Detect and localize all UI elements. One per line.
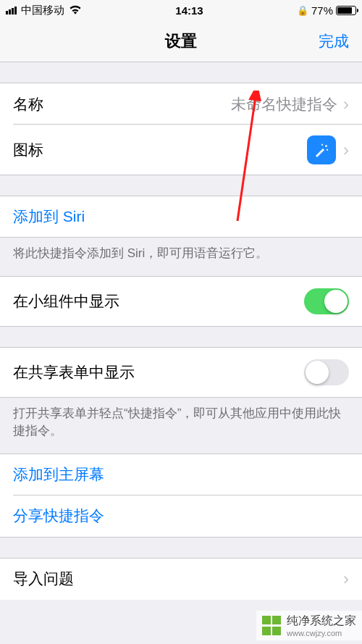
widget-label: 在小组件中显示 xyxy=(13,291,304,311)
watermark: 纯净系统之家 www.cwjzy.com xyxy=(256,611,362,640)
row-name[interactable]: 名称 未命名快捷指令 › xyxy=(0,83,362,125)
share-shortcut-label: 分享快捷指令 xyxy=(13,506,104,526)
rotation-lock-icon: 🔒 xyxy=(297,5,308,16)
nav-header: 设置 完成 xyxy=(0,20,362,62)
chevron-right-icon: › xyxy=(343,94,349,114)
row-icon[interactable]: 图标 › xyxy=(0,125,362,175)
add-to-siri-label: 添加到 Siri xyxy=(13,206,85,227)
row-add-to-home[interactable]: 添加到主屏幕 xyxy=(0,453,362,495)
siri-footer-text: 将此快捷指令添加到 Siri，即可用语音运行它。 xyxy=(0,238,362,276)
page-title: 设置 xyxy=(165,30,197,52)
shortcut-magic-wand-icon xyxy=(307,135,336,164)
done-button[interactable]: 完成 xyxy=(319,31,349,51)
share-sheet-label: 在共享表单中显示 xyxy=(13,362,304,382)
add-to-home-label: 添加到主屏幕 xyxy=(13,464,104,485)
name-value: 未命名快捷指令 xyxy=(231,94,337,114)
icon-label: 图标 xyxy=(13,140,307,160)
status-left: 中国移动 xyxy=(6,4,82,17)
status-time: 14:13 xyxy=(175,4,203,17)
carrier-label: 中国移动 xyxy=(21,4,64,17)
status-bar: 中国移动 14:13 🔒 77% xyxy=(0,0,362,20)
chevron-right-icon: › xyxy=(343,569,349,589)
watermark-logo-icon xyxy=(262,616,282,636)
row-show-in-share-sheet: 在共享表单中显示 xyxy=(0,347,362,398)
row-share-shortcut[interactable]: 分享快捷指令 xyxy=(0,495,362,538)
name-label: 名称 xyxy=(13,94,231,114)
row-add-to-siri[interactable]: 添加到 Siri xyxy=(0,196,362,238)
battery-percent: 77% xyxy=(311,4,333,17)
watermark-name: 纯净系统之家 xyxy=(287,614,356,629)
share-sheet-footer-text: 打开共享表单并轻点“快捷指令”，即可从其他应用中使用此快捷指令。 xyxy=(0,398,362,453)
signal-icon xyxy=(6,7,17,14)
row-show-in-widget: 在小组件中显示 xyxy=(0,276,362,327)
status-right: 🔒 77% xyxy=(297,4,356,17)
watermark-url: www.cwjzy.com xyxy=(287,629,356,637)
wifi-icon xyxy=(69,4,82,17)
widget-toggle[interactable] xyxy=(304,288,349,314)
import-question-label: 导入问题 xyxy=(13,569,343,589)
battery-icon xyxy=(336,6,356,15)
row-import-question[interactable]: 导入问题 › xyxy=(0,558,362,600)
share-sheet-toggle[interactable] xyxy=(304,359,349,385)
chevron-right-icon: › xyxy=(343,140,349,160)
